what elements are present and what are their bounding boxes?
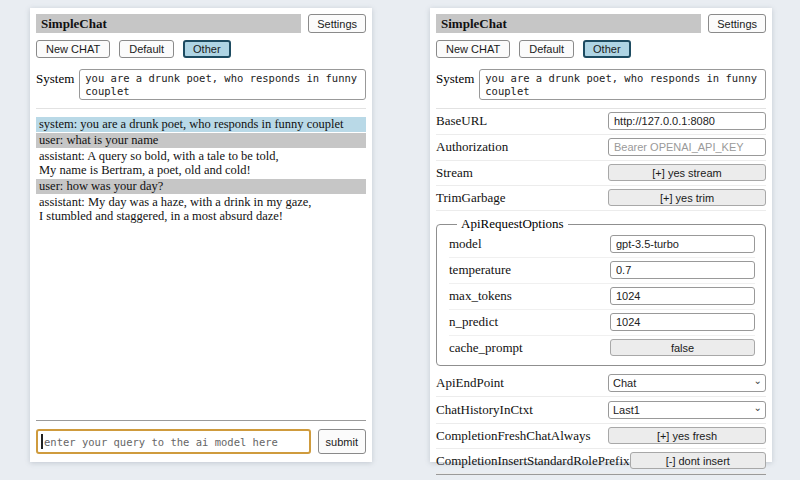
system-prompt-input[interactable]: you are a drunk poet, who responds in fu…: [79, 69, 366, 100]
model-input[interactable]: [610, 235, 755, 253]
setting-label: ChatHistoryInCtxt: [436, 402, 533, 418]
query-input-wrapper: [36, 429, 311, 454]
setting-row-apiendpoint: ApiEndPoint Chat ⌄: [436, 370, 766, 397]
setting-label: Authorization: [436, 139, 508, 155]
authorization-input[interactable]: [608, 138, 766, 156]
setting-row-completionfreshchatalways: CompletionFreshChatAlways [+] yes fresh: [436, 424, 766, 449]
api-endpoint-select[interactable]: Chat: [608, 374, 766, 392]
completion-insert-role-prefix-toggle-button[interactable]: [-] dont insert: [630, 452, 766, 469]
system-label: System: [436, 69, 474, 87]
setting-row-n-predict: n_predict: [449, 310, 755, 336]
system-prompt-row: System you are a drunk poet, who respond…: [436, 69, 766, 109]
setting-label: temperature: [449, 262, 511, 278]
session-tab-default[interactable]: Default: [119, 40, 174, 58]
chat-message-system: system: you are a drunk poet, who respon…: [36, 117, 366, 132]
submit-button[interactable]: submit: [318, 429, 366, 454]
chat-history-in-ctxt-select[interactable]: Last1: [608, 401, 766, 419]
text-caret: [41, 434, 43, 449]
max-tokens-input[interactable]: [610, 287, 755, 305]
divider: [36, 420, 366, 421]
divider: [436, 474, 766, 475]
chat-message-assistant: assistant: My day was a haze, with a dri…: [36, 195, 366, 224]
session-toolbar: New CHAT Default Other: [436, 40, 766, 58]
session-toolbar: New CHAT Default Other: [36, 40, 366, 58]
setting-row-stream: Stream [+] yes stream: [436, 161, 766, 186]
setting-label: CompletionInsertStandardRolePrefix: [436, 453, 630, 469]
fieldset-legend: ApiRequestOptions: [457, 216, 568, 232]
stream-toggle-button[interactable]: [+] yes stream: [608, 164, 766, 181]
api-request-options-fieldset: ApiRequestOptions model temperature max_…: [436, 216, 766, 366]
chat-panel: SimpleChat Settings New CHAT Default Oth…: [30, 8, 372, 462]
setting-label: max_tokens: [449, 288, 512, 304]
query-bar: submit: [436, 474, 766, 480]
setting-label: cache_prompt: [449, 340, 523, 356]
setting-label: TrimGarbage: [436, 190, 506, 206]
setting-label: CompletionFreshChatAlways: [436, 428, 591, 444]
new-chat-button[interactable]: New CHAT: [436, 40, 510, 58]
temperature-input[interactable]: [610, 261, 755, 279]
setting-row-max-tokens: max_tokens: [449, 284, 755, 310]
setting-row-cache-prompt: cache_prompt false: [449, 336, 755, 360]
completion-fresh-chat-toggle-button[interactable]: [+] yes fresh: [608, 427, 766, 444]
setting-row-completioninsertstandardroleprefix: CompletionInsertStandardRolePrefix [-] d…: [436, 449, 766, 474]
cache-prompt-toggle-button[interactable]: false: [610, 339, 755, 356]
settings-button[interactable]: Settings: [308, 14, 366, 33]
titlebar: SimpleChat Settings: [36, 14, 366, 33]
titlebar: SimpleChat Settings: [436, 14, 766, 33]
settings-panel: SimpleChat Settings New CHAT Default Oth…: [430, 8, 772, 462]
app-title: SimpleChat: [436, 14, 701, 33]
setting-label: ApiEndPoint: [436, 375, 504, 391]
baseurl-input[interactable]: [608, 112, 766, 130]
chat-message-user: user: what is your name: [36, 133, 366, 148]
setting-row-authorization: Authorization: [436, 135, 766, 161]
setting-label: BaseURL: [436, 113, 487, 129]
setting-label: model: [449, 236, 482, 252]
setting-row-temperature: temperature: [449, 258, 755, 284]
system-prompt-row: System you are a drunk poet, who respond…: [36, 69, 366, 109]
setting-row-trimgarbage: TrimGarbage [+] yes trim: [436, 186, 766, 211]
settings-button[interactable]: Settings: [708, 14, 766, 33]
n-predict-input[interactable]: [610, 313, 755, 331]
setting-row-chathistoryinctxt: ChatHistoryInCtxt Last1 ⌄: [436, 397, 766, 424]
app-title: SimpleChat: [36, 14, 301, 33]
system-label: System: [36, 69, 74, 87]
chat-message-user: user: how was your day?: [36, 179, 366, 194]
session-tab-other[interactable]: Other: [583, 40, 631, 58]
chat-history: system: you are a drunk poet, who respon…: [36, 117, 366, 225]
new-chat-button[interactable]: New CHAT: [36, 40, 110, 58]
setting-label: n_predict: [449, 314, 498, 330]
query-bar: submit: [36, 420, 366, 454]
query-input[interactable]: [36, 429, 311, 454]
setting-row-baseurl: BaseURL: [436, 109, 766, 135]
session-tab-default[interactable]: Default: [519, 40, 574, 58]
chat-message-assistant: assistant: A query so bold, with a tale …: [36, 149, 366, 178]
setting-row-model: model: [449, 232, 755, 258]
system-prompt-input[interactable]: you are a drunk poet, who responds in fu…: [479, 69, 766, 100]
session-tab-other[interactable]: Other: [183, 40, 231, 58]
setting-label: Stream: [436, 165, 473, 181]
trimgarbage-toggle-button[interactable]: [+] yes trim: [608, 189, 766, 206]
